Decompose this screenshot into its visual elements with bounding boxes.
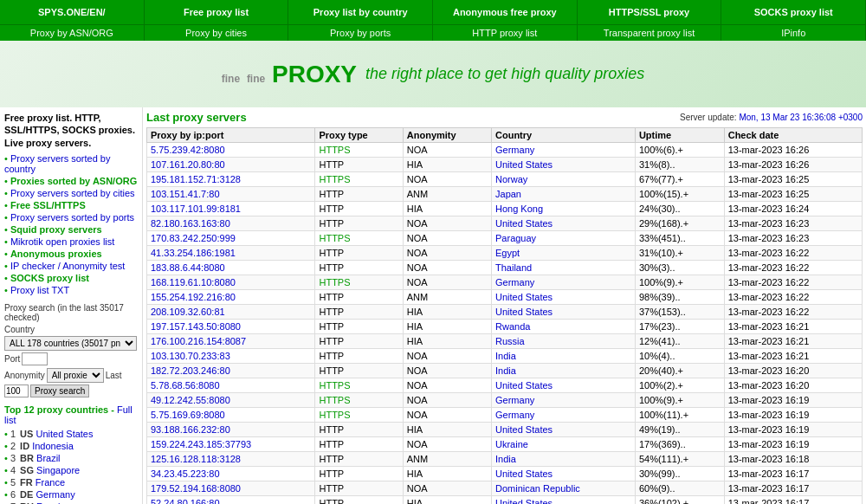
- anonymity-select[interactable]: All proxie: [47, 368, 104, 383]
- proxy-ip-link[interactable]: 159.224.243.185:37793: [151, 439, 251, 449]
- cell-ip[interactable]: 176.100.216.154:8087: [147, 334, 315, 349]
- port-input[interactable]: [22, 352, 48, 365]
- cell-country[interactable]: Japan: [492, 187, 636, 202]
- cell-country[interactable]: Russia: [492, 334, 636, 349]
- cell-ip[interactable]: 103.151.41.7:80: [147, 187, 315, 202]
- list-item[interactable]: Proxy servers sorted by cities: [4, 187, 138, 199]
- country-filter-link[interactable]: United States: [495, 498, 553, 504]
- nav2-link-http[interactable]: HTTP proxy list: [433, 28, 577, 38]
- sidebar-link-txt[interactable]: Proxy list TXT: [10, 285, 69, 295]
- sidebar-link-ssl[interactable]: Free SSL/HTTPS: [10, 200, 86, 210]
- country-filter-link[interactable]: Norway: [495, 174, 527, 184]
- nav2-link-asn[interactable]: Proxy by ASN/ORG: [0, 28, 144, 38]
- cell-ip[interactable]: 93.188.166.232:80: [147, 423, 315, 437]
- nav2-link-transparent[interactable]: Transparent proxy list: [578, 28, 721, 38]
- cell-ip[interactable]: 82.180.163.163:80: [147, 216, 315, 231]
- cell-ip[interactable]: 170.83.242.250:999: [147, 231, 315, 246]
- country-filter-link[interactable]: Egypt: [495, 248, 520, 258]
- sidebar-link-asn[interactable]: Proxies sorted by ASN/ORG: [10, 176, 137, 186]
- cell-country[interactable]: United States: [492, 290, 636, 305]
- nav-item-socks[interactable]: SOCKS proxy list: [721, 0, 866, 24]
- proxy-ip-link[interactable]: 49.12.242.55:8080: [151, 395, 230, 405]
- cell-country[interactable]: Dominican Republic: [492, 481, 636, 496]
- proxy-ip-link[interactable]: 197.157.143.50:8080: [151, 321, 241, 332]
- cell-ip[interactable]: 41.33.254.186:1981: [147, 246, 315, 261]
- proxy-ip-link[interactable]: 125.16.128.118:3128: [151, 454, 241, 464]
- cell-country[interactable]: Hong Kong: [492, 202, 636, 216]
- nav-item-proxy-country[interactable]: Proxy list by country: [288, 0, 433, 24]
- list-item[interactable]: Squid proxy servers: [4, 223, 138, 236]
- proxy-ip-link[interactable]: 5.75.239.42:8080: [151, 145, 225, 155]
- cell-ip[interactable]: 183.88.6.44:8080: [147, 261, 315, 275]
- list-item[interactable]: Free SSL/HTTPS: [4, 199, 138, 211]
- proxy-ip-link[interactable]: 103.130.70.233:83: [151, 351, 230, 361]
- cell-country[interactable]: Thailand: [492, 261, 636, 275]
- country-filter-link[interactable]: Thailand: [495, 262, 532, 273]
- proxy-ip-link[interactable]: 52.24.80.166:80: [151, 498, 220, 504]
- proxy-ip-link[interactable]: 182.72.203.246:80: [151, 365, 230, 376]
- sidebar-link-squid[interactable]: Squid proxy servers: [10, 224, 102, 235]
- sidebar-link-anonymous[interactable]: Anonymous proxies: [10, 249, 102, 259]
- proxy-ip-link[interactable]: 168.119.61.10:8080: [151, 277, 236, 288]
- proxy-ip-link[interactable]: 179.52.194.168:8080: [151, 483, 241, 494]
- nav-link-proxy-country[interactable]: Proxy list by country: [288, 3, 432, 21]
- cell-ip[interactable]: 155.254.192.216:80: [147, 290, 315, 305]
- nav2-item-ipinfo[interactable]: IPinfo: [721, 25, 866, 41]
- sidebar-link-ipcheck[interactable]: IP checker / Anonymity test: [10, 261, 125, 271]
- cell-country[interactable]: United States: [492, 467, 636, 481]
- cell-country[interactable]: India: [492, 452, 636, 467]
- nav-link-anonymous[interactable]: Anonymous free proxy: [433, 3, 577, 21]
- nav-link-home[interactable]: SPYS.ONE/EN/: [0, 3, 144, 21]
- country-filter-link[interactable]: United States: [495, 159, 553, 170]
- nav2-link-ipinfo[interactable]: IPinfo: [721, 28, 865, 38]
- cell-country[interactable]: Paraguay: [492, 231, 636, 246]
- cell-country[interactable]: United States: [492, 158, 636, 172]
- list-item[interactable]: Anonymous proxies: [4, 248, 138, 260]
- cell-ip[interactable]: 5.75.239.42:8080: [147, 143, 315, 158]
- cell-country[interactable]: Germany: [492, 408, 636, 423]
- country-filter-link[interactable]: United States: [495, 307, 553, 317]
- country-filter-link[interactable]: India: [495, 351, 516, 361]
- proxy-ip-link[interactable]: 5.75.169.69:8080: [151, 410, 225, 420]
- nav-link-socks[interactable]: SOCKS proxy list: [721, 3, 865, 21]
- list-item[interactable]: Proxy servers sorted by ports: [4, 211, 138, 223]
- sidebar-link-socks[interactable]: SOCKS proxy list: [10, 273, 89, 283]
- cell-ip[interactable]: 179.52.194.168:8080: [147, 481, 315, 496]
- proxy-ip-link[interactable]: 103.117.101.99:8181: [151, 204, 241, 214]
- cell-ip[interactable]: 182.72.203.246:80: [147, 364, 315, 378]
- cell-country[interactable]: Norway: [492, 172, 636, 187]
- cell-ip[interactable]: 49.12.242.55:8080: [147, 393, 315, 408]
- nav-item-free-proxy[interactable]: Free proxy list: [145, 0, 289, 24]
- proxy-ip-link[interactable]: 155.254.192.216:80: [151, 292, 236, 302]
- cell-ip[interactable]: 195.181.152.71:3128: [147, 172, 315, 187]
- country-filter-link[interactable]: United States: [495, 292, 553, 302]
- country-filter-link[interactable]: Japan: [495, 189, 521, 199]
- cell-ip[interactable]: 208.109.32.60:81: [147, 305, 315, 320]
- country-filter-link[interactable]: United States: [495, 380, 553, 391]
- cell-ip[interactable]: 5.78.68.56:8080: [147, 378, 315, 393]
- country-filter-link[interactable]: India: [495, 365, 516, 376]
- sidebar-link-ports[interactable]: Proxy servers sorted by ports: [10, 212, 134, 223]
- nav2-item-http[interactable]: HTTP proxy list: [433, 25, 578, 41]
- country-filter-link[interactable]: Germany: [495, 145, 534, 155]
- country-select[interactable]: ALL 178 countries (35017 pn: [4, 336, 137, 351]
- cell-ip[interactable]: 34.23.45.223:80: [147, 467, 315, 481]
- cell-country[interactable]: Germany: [492, 143, 636, 158]
- country-filter-link[interactable]: Hong Kong: [495, 204, 543, 214]
- cell-country[interactable]: United States: [492, 423, 636, 437]
- cell-ip[interactable]: 159.224.243.185:37793: [147, 437, 315, 452]
- proxy-ip-link[interactable]: 93.188.166.232:80: [151, 424, 230, 435]
- list-item[interactable]: SOCKS proxy list: [4, 272, 138, 284]
- cell-country[interactable]: Rwanda: [492, 320, 636, 334]
- proxy-ip-link[interactable]: 41.33.254.186:1981: [151, 248, 236, 258]
- server-update-date[interactable]: Mon, 13 Mar 23 16:36:08 +0300: [739, 113, 863, 122]
- nav-item-anonymous[interactable]: Anonymous free proxy: [433, 0, 578, 24]
- list-item[interactable]: IP checker / Anonymity test: [4, 260, 138, 272]
- proxy-ip-link[interactable]: 195.181.152.71:3128: [151, 174, 241, 184]
- nav-item-https[interactable]: HTTPS/SSL proxy: [578, 0, 722, 24]
- cell-ip[interactable]: 168.119.61.10:8080: [147, 275, 315, 290]
- cell-country[interactable]: Ukraine: [492, 437, 636, 452]
- cell-ip[interactable]: 52.24.80.166:80: [147, 496, 315, 505]
- country-filter-link[interactable]: Ukraine: [495, 439, 528, 449]
- country-link-de[interactable]: Germany: [36, 489, 74, 500]
